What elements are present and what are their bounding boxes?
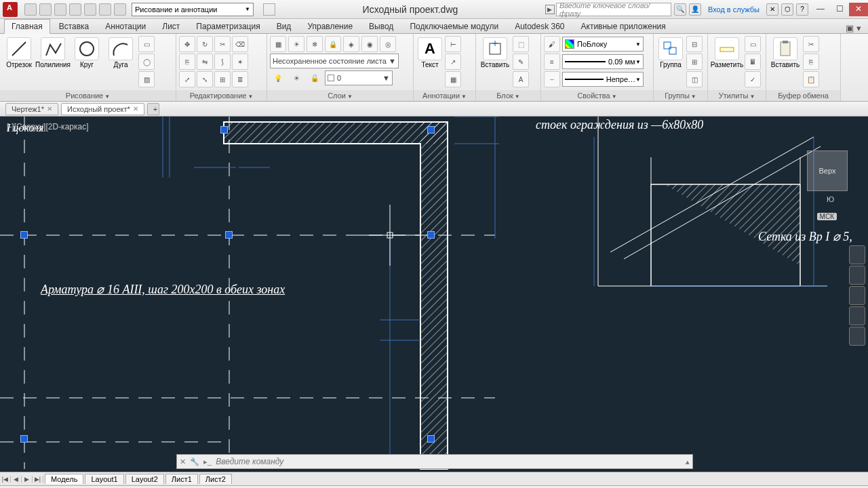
table-icon[interactable]: ▦ (445, 71, 461, 87)
edit-block-icon[interactable]: ✎ (513, 54, 529, 70)
rotate-icon[interactable]: ↻ (197, 36, 213, 52)
array-icon[interactable]: ⊞ (214, 71, 231, 87)
panel-groups-title[interactable]: Группы▼ (654, 90, 707, 101)
linetype-icon[interactable]: ┄ (544, 71, 560, 87)
doctab-drawing1[interactable]: Чертеж1*✕ (5, 103, 58, 115)
save-icon[interactable] (54, 3, 66, 16)
layer-props-icon[interactable]: ▦ (270, 36, 286, 52)
paste-spec-icon[interactable]: 📋 (803, 71, 819, 87)
lineweight-icon[interactable]: ≡ (544, 54, 560, 70)
print-icon[interactable] (84, 3, 96, 16)
exchange-icon[interactable]: ✕ (766, 3, 778, 16)
nav-pan-icon[interactable] (849, 266, 865, 285)
infocenter-icon[interactable]: 🔍 (674, 3, 686, 16)
nav-wheel-icon[interactable] (849, 245, 865, 264)
match-props-icon[interactable]: 🖌 (544, 36, 560, 52)
drawing-canvas[interactable]: [-][Сверху][2D-каркас] I цоколя Арматура… (0, 117, 868, 472)
panel-draw-title[interactable]: Рисование▼ (0, 90, 176, 101)
color-combo[interactable]: ПоБлоку▼ (562, 37, 644, 52)
insert-block-button[interactable]: Вставить (479, 36, 511, 68)
cmd-wrench-icon[interactable]: 🔧 (190, 458, 199, 466)
layer-lock2-icon[interactable]: 🔓 (307, 70, 323, 86)
text-button[interactable]: A Текст (416, 36, 443, 68)
hatch-icon[interactable]: ▨ (138, 71, 155, 87)
group-edit-icon[interactable]: ⊞ (686, 54, 703, 70)
select-icon[interactable]: ▭ (745, 36, 761, 52)
mirror-icon[interactable]: ⇋ (197, 54, 213, 70)
layout-list1[interactable]: Лист1 (165, 474, 198, 484)
close-button[interactable]: ✕ (849, 3, 868, 16)
tab-express[interactable]: Активные приложения (574, 19, 673, 33)
layer-off-icon[interactable]: ☀ (288, 36, 304, 52)
doctab-new[interactable]: + (147, 103, 159, 115)
maximize-button[interactable]: ☐ (830, 3, 849, 16)
undo-icon[interactable] (99, 3, 111, 16)
command-line[interactable]: ✕ 🔧 ▸_ ▴ (176, 454, 693, 469)
tab-a360[interactable]: Autodesk 360 (507, 19, 572, 33)
layer-bulb-icon[interactable]: 💡 (270, 70, 286, 86)
cut-icon[interactable]: ✂ (803, 36, 819, 52)
paste-button[interactable]: Вставить (769, 36, 802, 68)
close-icon[interactable]: ✕ (47, 105, 52, 113)
workspace-selector[interactable]: Рисование и аннотации ▼ (132, 3, 254, 16)
nav-zoom-icon[interactable] (849, 286, 865, 305)
layer-match-icon[interactable]: ◎ (380, 36, 396, 52)
saveas-icon[interactable] (69, 3, 81, 16)
qat-dropdown-icon[interactable] (263, 3, 275, 16)
move-icon[interactable]: ✥ (179, 36, 195, 52)
layer-current-combo[interactable]: 0▼ (325, 70, 393, 85)
create-block-icon[interactable]: ⬚ (513, 36, 529, 52)
layer-make-icon[interactable]: ◉ (361, 36, 378, 52)
viewcube[interactable]: Верх (807, 150, 848, 191)
ellipse-icon[interactable]: ◯ (138, 54, 155, 70)
layer-sun-icon[interactable]: ☀ (288, 70, 304, 86)
grip[interactable] (427, 231, 435, 239)
signin-link[interactable]: Вход в службы (708, 5, 760, 14)
tab-parametric[interactable]: Параметризация (189, 19, 267, 33)
line-button[interactable]: Отрезок (3, 36, 35, 68)
layout-last-icon[interactable]: ▶| (33, 476, 43, 483)
search-input[interactable]: Введите ключевое слово/фразу (556, 3, 671, 16)
tab-annotate[interactable]: Аннотации (98, 19, 153, 33)
layout-next-icon[interactable]: ▶ (22, 476, 33, 483)
tab-output[interactable]: Вывод (361, 19, 401, 33)
dimension-icon[interactable]: ⊢ (445, 36, 461, 52)
tab-insert[interactable]: Вставка (52, 19, 97, 33)
trim-icon[interactable]: ✂ (214, 36, 231, 52)
tab-view[interactable]: Вид (269, 19, 299, 33)
ungroup-icon[interactable]: ⊟ (686, 36, 703, 52)
tab-manage[interactable]: Управление (300, 19, 360, 33)
arc-button[interactable]: Дуга (104, 36, 137, 68)
command-input[interactable] (216, 457, 682, 466)
offset-icon[interactable]: ≣ (232, 71, 248, 87)
rect-icon[interactable]: ▭ (138, 36, 155, 52)
cmd-history-icon[interactable]: ▴ (686, 458, 690, 466)
layer-iso-icon[interactable]: ◈ (343, 36, 359, 52)
user-icon[interactable]: 👤 (689, 3, 701, 16)
tab-sheet[interactable]: Лист (155, 19, 187, 33)
qcalc-icon[interactable]: 🖩 (745, 54, 761, 70)
help-icon[interactable]: ? (796, 3, 808, 16)
measure-button[interactable]: Разметить (711, 36, 743, 68)
panel-modify-title[interactable]: Редактирование▼ (176, 90, 267, 101)
attr-block-icon[interactable]: A (513, 71, 529, 87)
tab-home[interactable]: Главная (4, 19, 50, 34)
grip[interactable] (427, 126, 435, 134)
circle-button[interactable]: Круг (71, 36, 103, 68)
grip[interactable] (427, 435, 435, 443)
layer-freeze-icon[interactable]: ❄ (307, 36, 323, 52)
layout-prev-icon[interactable]: ◀ (11, 476, 22, 483)
panel-block-title[interactable]: Блок▼ (476, 90, 540, 101)
open-icon[interactable] (39, 3, 52, 16)
stretch-icon[interactable]: ⤢ (179, 71, 195, 87)
nav-orbit-icon[interactable] (849, 306, 865, 325)
new-icon[interactable] (24, 3, 37, 16)
layout-layout1[interactable]: Layout1 (85, 474, 123, 484)
panel-annot-title[interactable]: Аннотации▼ (414, 90, 475, 101)
panel-utils-title[interactable]: Утилиты▼ (708, 90, 766, 101)
grip[interactable] (225, 231, 233, 239)
layout-first-icon[interactable]: |◀ (0, 476, 11, 483)
clean-icon[interactable]: ✓ (745, 71, 761, 87)
redo-icon[interactable] (114, 3, 126, 16)
polyline-button[interactable]: Полилиния (37, 36, 69, 68)
